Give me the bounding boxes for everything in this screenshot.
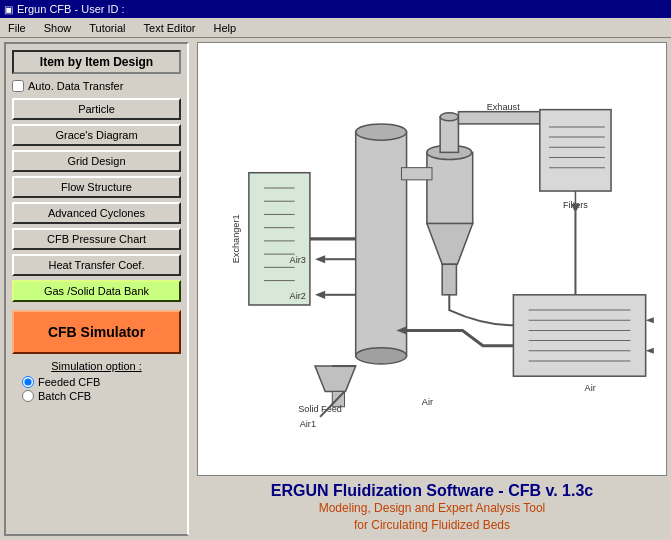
app-icon: ▣ xyxy=(4,4,13,15)
footer-text: ERGUN Fluidization Software - CFB v. 1.3… xyxy=(197,476,667,536)
particle-button[interactable]: Particle xyxy=(12,98,181,120)
menu-show[interactable]: Show xyxy=(40,21,76,35)
radio-feeded-label: Feeded CFB xyxy=(38,376,100,388)
radio-feeded: Feeded CFB xyxy=(22,376,181,388)
heat-transfer-button[interactable]: Heat Transfer Coef. xyxy=(12,254,181,276)
svg-point-3 xyxy=(356,348,407,364)
menu-tutorial[interactable]: Tutorial xyxy=(85,21,129,35)
svg-rect-7 xyxy=(440,117,458,153)
svg-rect-19 xyxy=(513,295,645,376)
svg-text:Air: Air xyxy=(585,383,596,393)
menu-file[interactable]: File xyxy=(4,21,30,35)
sidebar-title: Item by Item Design xyxy=(12,50,181,74)
svg-rect-9 xyxy=(442,264,456,295)
svg-rect-28 xyxy=(249,173,310,305)
svg-text:Solid Feed: Solid Feed xyxy=(298,404,342,414)
flow-structure-button[interactable]: Flow Structure xyxy=(12,176,181,198)
gas-solid-data-bank-button[interactable]: Gas /Solid Data Bank xyxy=(12,280,181,302)
auto-transfer-row: Auto. Data Transfer xyxy=(12,80,181,92)
cfb-simulator-button[interactable]: CFB Simulator xyxy=(12,310,181,354)
svg-rect-1 xyxy=(356,132,407,356)
subtitle: Modeling, Design and Expert Analysis Too… xyxy=(197,500,667,534)
svg-point-2 xyxy=(356,124,407,140)
radio-batch-input[interactable] xyxy=(22,390,34,402)
svg-text:Air3: Air3 xyxy=(290,255,306,265)
svg-point-8 xyxy=(440,113,458,121)
radio-batch-label: Batch CFB xyxy=(38,390,91,402)
menu-text-editor[interactable]: Text Editor xyxy=(140,21,200,35)
main-title: ERGUN Fluidization Software - CFB v. 1.3… xyxy=(197,482,667,500)
svg-rect-10 xyxy=(401,168,432,180)
menu-help[interactable]: Help xyxy=(210,21,241,35)
svg-text:Air2: Air2 xyxy=(290,291,306,301)
right-panel: Exhaust Filters xyxy=(193,38,671,540)
radio-feeded-input[interactable] xyxy=(22,376,34,388)
sim-options: Simulation option : Feeded CFB Batch CFB xyxy=(12,360,181,402)
sidebar: Item by Item Design Auto. Data Transfer … xyxy=(4,42,189,536)
radio-batch: Batch CFB xyxy=(22,390,181,402)
cfb-pressure-chart-button[interactable]: CFB Pressure Chart xyxy=(12,228,181,250)
advanced-cyclones-button[interactable]: Advanced Cyclones xyxy=(12,202,181,224)
radio-group: Feeded CFB Batch CFB xyxy=(22,376,181,402)
subtitle-line1: Modeling, Design and Expert Analysis Too… xyxy=(197,500,667,517)
main-content: Item by Item Design Auto. Data Transfer … xyxy=(0,38,671,540)
auto-transfer-label: Auto. Data Transfer xyxy=(28,80,123,92)
diagram-area: Exhaust Filters xyxy=(197,42,667,476)
sim-options-title: Simulation option : xyxy=(12,360,181,372)
svg-rect-12 xyxy=(540,110,611,191)
graces-diagram-button[interactable]: Grace's Diagram xyxy=(12,124,181,146)
grid-design-button[interactable]: Grid Design xyxy=(12,150,181,172)
exhaust-label: Exhaust xyxy=(487,102,520,112)
menu-bar: File Show Tutorial Text Editor Help xyxy=(0,18,671,38)
auto-transfer-checkbox[interactable] xyxy=(12,80,24,92)
svg-rect-4 xyxy=(427,152,473,223)
cfb-diagram: Exhaust Filters xyxy=(198,43,666,475)
title-bar: ▣ Ergun CFB - User ID : xyxy=(0,0,671,18)
svg-text:Air: Air xyxy=(422,397,433,407)
subtitle-line2: for Circulating Fluidized Beds xyxy=(197,517,667,534)
title-text: Ergun CFB - User ID : xyxy=(17,3,125,15)
svg-text:Air1: Air1 xyxy=(300,419,316,429)
svg-rect-11 xyxy=(458,112,539,124)
svg-text:Exchanger1: Exchanger1 xyxy=(231,214,241,263)
